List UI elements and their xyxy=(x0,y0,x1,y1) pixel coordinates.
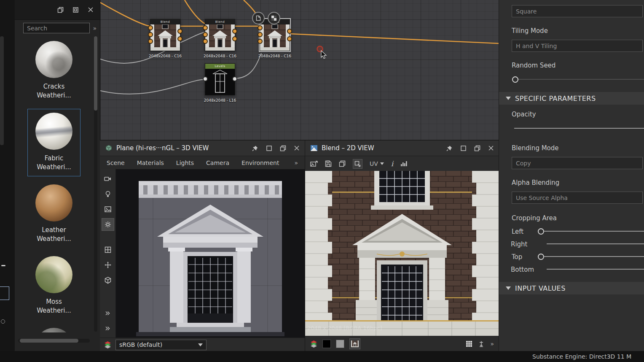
section-input-values[interactable]: INPUT VALUES xyxy=(499,282,644,294)
crop-top-slider-track[interactable] xyxy=(544,256,644,257)
crop-bottom-slider-track[interactable] xyxy=(547,269,644,270)
graph-node-blend-2[interactable]: Blend 2048x2048 - C16 xyxy=(205,19,235,51)
background-black-swatch[interactable] xyxy=(322,340,331,348)
tab-lights[interactable]: Lights xyxy=(176,159,194,166)
lightbulb-icon[interactable] xyxy=(102,188,114,200)
graph-node-levels[interactable]: Levels 2048x2048 - L16 xyxy=(205,63,235,95)
color-layers-icon[interactable] xyxy=(310,340,317,348)
environment-image-icon[interactable] xyxy=(102,203,114,216)
float-window-icon[interactable] xyxy=(266,145,272,151)
render-3d-viewport[interactable] xyxy=(116,169,305,338)
crop-right-slider-track[interactable] xyxy=(547,243,644,244)
crop-left-slider-knob[interactable] xyxy=(538,228,544,235)
fit-view-icon[interactable] xyxy=(478,340,484,347)
output-port[interactable] xyxy=(287,36,292,41)
tab-camera[interactable]: Camera xyxy=(206,159,229,166)
copy-icon[interactable] xyxy=(339,160,346,167)
library-horizontal-scrollbar[interactable] xyxy=(18,339,90,343)
uv-grid-icon[interactable] xyxy=(102,243,114,256)
opacity-slider-track[interactable] xyxy=(514,128,644,129)
library-vertical-scrollbar[interactable] xyxy=(94,36,97,332)
input-port[interactable] xyxy=(203,25,208,30)
pin-icon[interactable] xyxy=(252,145,258,151)
random-seed-slider-track[interactable] xyxy=(515,79,644,80)
collapse-chevron-icon[interactable] xyxy=(102,322,114,335)
library-item-moss[interactable]: Moss Weatheri... xyxy=(27,252,80,320)
input-port[interactable] xyxy=(148,39,153,44)
float-window-icon[interactable] xyxy=(460,145,467,151)
save-icon[interactable] xyxy=(325,160,332,167)
library-item-cracks[interactable]: Cracks Weatheri... xyxy=(27,37,80,105)
histogram-icon[interactable] xyxy=(400,161,408,167)
cube-icon[interactable] xyxy=(102,274,114,286)
texture-2d-canvas[interactable]: 2048 x 2048 [RGBA 16bpc] xyxy=(305,171,499,336)
close-icon[interactable] xyxy=(294,145,300,151)
image-preview-button[interactable] xyxy=(349,338,360,349)
library-search-row: » xyxy=(15,20,100,36)
scrollbar-thumb[interactable] xyxy=(94,36,97,111)
output-port[interactable] xyxy=(232,76,237,81)
crop-left-slider-track[interactable] xyxy=(544,231,644,232)
scrollbar-thumb[interactable] xyxy=(20,339,78,343)
output-port[interactable] xyxy=(287,29,292,34)
library-item-partial[interactable] xyxy=(27,324,80,332)
material-sphere-thumbnail xyxy=(35,328,72,332)
camera-icon[interactable] xyxy=(102,173,114,185)
maximize-panel-icon[interactable] xyxy=(280,145,286,151)
tiling-mode-field[interactable]: H and V Tiling xyxy=(512,40,643,52)
library-item-fabric[interactable]: Fabric Weatheri... xyxy=(27,109,80,176)
search-input[interactable] xyxy=(23,23,90,33)
transform-axes-icon[interactable] xyxy=(102,259,114,271)
maximize-panel-icon[interactable] xyxy=(474,145,480,151)
alpha-blending-field[interactable]: Use Source Alpha xyxy=(512,192,643,204)
input-port[interactable] xyxy=(258,32,263,37)
export-image-icon[interactable] xyxy=(310,161,318,167)
tiling-grid-icon[interactable] xyxy=(466,340,472,347)
left-dock-panel-edge[interactable] xyxy=(0,36,4,145)
input-port[interactable] xyxy=(258,39,263,44)
blending-mode-field[interactable]: Copy xyxy=(512,157,643,169)
toolbar-overflow-button[interactable]: » xyxy=(490,340,494,347)
node-graph-panel[interactable]: Blend 2048x2048 - C16 Blend 2048x2048 - … xyxy=(100,0,499,140)
crop-top-slider-knob[interactable] xyxy=(538,254,544,260)
input-port[interactable] xyxy=(203,39,208,44)
output-port[interactable] xyxy=(177,29,182,34)
pin-icon[interactable] xyxy=(446,145,453,151)
maximize-window-icon[interactable] xyxy=(72,6,79,13)
output-port[interactable] xyxy=(232,36,237,41)
node-alpha-toggle[interactable] xyxy=(268,12,280,24)
colorspace-dropdown[interactable]: sRGB (default) xyxy=(115,340,207,350)
color-layers-icon[interactable] xyxy=(104,341,111,348)
transform-tool-button[interactable] xyxy=(353,159,362,169)
graph-node-blend-1[interactable]: Blend 2048x2048 - C16 xyxy=(150,19,180,51)
collapse-chevron-icon[interactable] xyxy=(102,307,114,319)
uv-mode-dropdown[interactable]: UV xyxy=(370,160,384,167)
material-sphere-thumbnail xyxy=(35,41,72,78)
close-icon[interactable] xyxy=(488,145,494,151)
random-seed-slider-knob[interactable] xyxy=(512,76,518,83)
input-port[interactable] xyxy=(258,25,263,30)
tabs-overflow-button[interactable]: » xyxy=(294,159,298,166)
section-specific-parameters[interactable]: SPECIFIC PARAMETERS xyxy=(499,92,644,105)
info-icon[interactable]: i xyxy=(391,159,393,168)
tab-materials[interactable]: Materials xyxy=(137,159,164,166)
dock-selected-item[interactable] xyxy=(0,286,9,300)
input-port[interactable] xyxy=(148,25,153,30)
tab-environment[interactable]: Environment xyxy=(241,159,279,166)
node-export-toggle[interactable] xyxy=(252,12,265,24)
input-port[interactable] xyxy=(148,32,153,37)
close-icon[interactable] xyxy=(87,6,94,13)
identifier-field[interactable]: Square xyxy=(512,5,643,17)
properties-panel: Square Tiling Mode H and V Tiling Random… xyxy=(499,0,644,351)
library-item-leather[interactable]: Leather Weatheri... xyxy=(27,181,80,248)
output-port[interactable] xyxy=(232,29,237,34)
input-port[interactable] xyxy=(203,32,208,37)
search-more-button[interactable]: » xyxy=(93,25,97,32)
tab-scene[interactable]: Scene xyxy=(107,159,125,166)
restore-window-icon[interactable] xyxy=(57,6,64,13)
input-port[interactable] xyxy=(203,76,208,81)
background-gray-swatch[interactable] xyxy=(336,340,344,348)
view3d-title: Plane (hi-res···nGL – 3D VIEW xyxy=(116,144,248,152)
settings-gear-icon[interactable] xyxy=(102,218,114,231)
output-port[interactable] xyxy=(177,36,182,41)
